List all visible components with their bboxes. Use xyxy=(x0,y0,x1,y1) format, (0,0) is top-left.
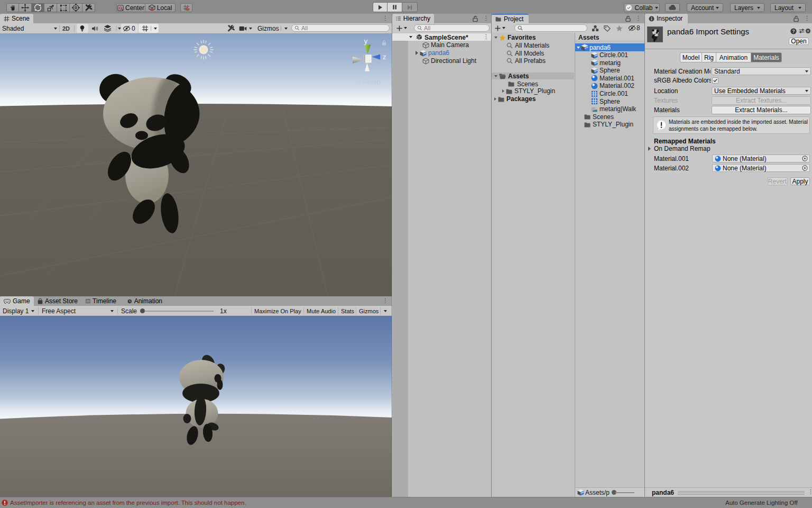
svg-text:y: y xyxy=(364,37,368,45)
svg-text:z: z xyxy=(383,53,386,61)
svg-text:Y: Y xyxy=(145,29,147,32)
svg-text:Persp: Persp xyxy=(363,78,381,86)
svg-text:?: ? xyxy=(792,29,795,34)
